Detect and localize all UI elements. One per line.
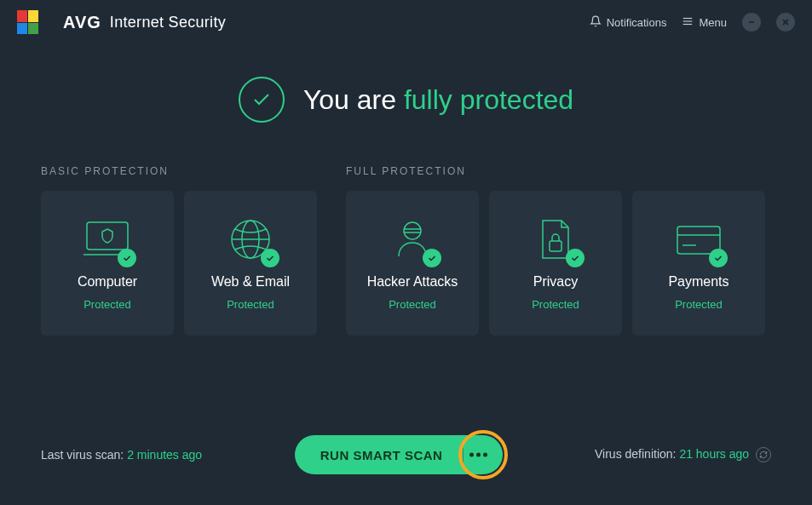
card-title: Web & Email xyxy=(211,274,290,290)
svg-rect-2 xyxy=(17,23,27,34)
avg-logo xyxy=(17,10,55,34)
card-title: Payments xyxy=(668,274,728,290)
card-status: Protected xyxy=(84,298,131,311)
bell-icon xyxy=(590,15,602,30)
card-status: Protected xyxy=(532,298,579,311)
svg-rect-18 xyxy=(550,241,561,251)
refresh-definitions-button[interactable] xyxy=(756,447,771,462)
svg-rect-0 xyxy=(17,10,27,22)
minimize-button[interactable] xyxy=(742,13,761,32)
card-hacker-attacks[interactable]: Hacker Attacks Protected xyxy=(346,191,479,336)
full-protection-label: FULL PROTECTION xyxy=(346,165,765,177)
card-title: Hacker Attacks xyxy=(367,274,458,290)
check-badge-icon xyxy=(566,249,585,267)
card-computer[interactable]: Computer Protected xyxy=(41,191,174,336)
notifications-button[interactable]: Notifications xyxy=(590,15,667,30)
basic-protection-label: BASIC PROTECTION xyxy=(41,165,317,177)
menu-button[interactable]: Menu xyxy=(682,15,727,30)
card-title: Privacy xyxy=(533,274,578,290)
scan-button-divider xyxy=(463,442,464,468)
status-check-icon xyxy=(239,77,285,123)
svg-point-15 xyxy=(404,222,421,239)
menu-label: Menu xyxy=(699,16,727,29)
check-badge-icon xyxy=(709,249,728,267)
check-badge-icon xyxy=(118,249,136,267)
status-message: You are fully protected xyxy=(303,84,573,116)
close-button[interactable] xyxy=(776,13,795,32)
card-status: Protected xyxy=(675,298,723,311)
hamburger-icon xyxy=(682,15,694,30)
last-scan-info: Last virus scan: 2 minutes ago xyxy=(41,448,202,462)
svg-rect-1 xyxy=(28,10,38,22)
card-privacy[interactable]: Privacy Protected xyxy=(489,191,622,336)
virus-definition-info: Virus definition: 21 hours ago xyxy=(595,447,771,462)
card-status: Protected xyxy=(227,298,274,311)
check-badge-icon xyxy=(261,249,279,267)
svg-rect-10 xyxy=(87,222,128,250)
card-web-email[interactable]: Web & Email Protected xyxy=(184,191,317,336)
scan-options-button[interactable] xyxy=(469,453,487,457)
card-status: Protected xyxy=(389,298,436,311)
notifications-label: Notifications xyxy=(607,16,667,29)
card-payments[interactable]: Payments Protected xyxy=(632,191,765,336)
check-badge-icon xyxy=(423,249,441,267)
card-title: Computer xyxy=(78,274,137,290)
svg-rect-3 xyxy=(28,23,38,34)
brand-text: AVG xyxy=(63,13,101,32)
app-title: Internet Security xyxy=(110,14,226,32)
